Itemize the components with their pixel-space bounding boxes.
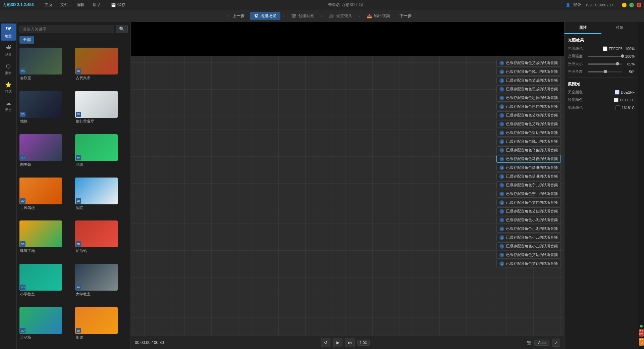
- step-set-camera[interactable]: 🎥 设置镜头: [325, 12, 356, 20]
- scene-label: 场景: [5, 52, 12, 57]
- size-thumb[interactable]: [616, 62, 619, 65]
- scene-item-hotel[interactable]: 3D古风酒楼: [19, 178, 72, 218]
- scene-item-hospital[interactable]: 3D医院: [75, 178, 128, 218]
- scene-item-library[interactable]: 3D图书馆: [19, 134, 72, 175]
- step-build-scene[interactable]: 🏗 搭建场景: [250, 12, 280, 20]
- scene-item-meeting[interactable]: 3D会议室: [19, 48, 72, 88]
- toast-6: ℹ已缓存配音角色艾瑰的试听音频: [496, 111, 561, 119]
- sky-color-swatch[interactable]: [615, 90, 620, 95]
- next-step-button[interactable]: 下一步 →: [397, 12, 419, 20]
- ground-color-label: 地表颜色: [568, 105, 583, 110]
- fullscreen-button[interactable]: ⤢: [552, 339, 560, 347]
- cat-all[interactable]: 全部: [19, 36, 34, 44]
- save-button[interactable]: 💾 保存: [111, 2, 125, 8]
- scene-item-ancient[interactable]: 3D古代集市: [75, 48, 128, 88]
- light-size-slider[interactable]: 85%: [588, 62, 635, 66]
- scene-thumb-ancient: 3D: [75, 48, 118, 74]
- skip-button[interactable]: ⏭: [345, 338, 355, 347]
- prev-step-button[interactable]: ← 上一步: [225, 12, 247, 20]
- edge-value-1: 2.2: [639, 330, 643, 333]
- play-button[interactable]: ▶: [333, 338, 342, 347]
- edit-menu[interactable]: 编辑: [74, 1, 87, 8]
- tab-objects[interactable]: 对象: [601, 22, 638, 34]
- transition-color-value[interactable]: EEEEEE: [614, 98, 635, 102]
- camera-button[interactable]: 📷: [527, 340, 532, 345]
- main-area: 🗺 地图 🏙 场景 ⬡ 素材 ⭐ 精选 ☁ 天空 🔍 全部 3D会: [0, 22, 644, 349]
- toast-text-21: 已缓存配音角色小云的试听音频: [506, 244, 558, 249]
- edge-indicator-2: 7.7 +/S: [639, 338, 644, 346]
- tab-properties[interactable]: 属性: [565, 22, 601, 34]
- toast-text-6: 已缓存配音角色艾瑰的试听音频: [506, 113, 558, 118]
- file-menu[interactable]: 文件: [58, 1, 70, 8]
- transition-color-label: 过度颜色: [568, 97, 583, 102]
- toast-10: ℹ已缓存配音角色马俊的试听音频: [496, 146, 561, 154]
- toast-18: ℹ已缓存配音角色小则的试听音频: [496, 216, 561, 224]
- scene-label-library: 图书馆: [19, 162, 72, 167]
- sidebar-item-sky[interactable]: ☁ 天空: [1, 97, 16, 114]
- light-color-value[interactable]: FFFCF6 100%: [603, 46, 635, 51]
- minimize-button[interactable]: ─: [622, 3, 627, 7]
- sky-color-value[interactable]: D3E2FF: [615, 90, 635, 95]
- toasts-container: ℹ已缓存配音角色艾诚的试听音频ℹ已缓存配音角色悦儿的试听音频ℹ已缓存配音角色艾诚…: [496, 59, 561, 267]
- toast-icon-18: ℹ: [499, 218, 504, 222]
- toast-14: ℹ已缓存配音角色宁儿的试听音频: [496, 181, 561, 189]
- selection-icon: ⭐: [5, 81, 12, 88]
- angle-thumb[interactable]: [604, 70, 607, 73]
- intensity-thumb[interactable]: [621, 54, 624, 58]
- auto-selector[interactable]: Auto: [534, 340, 549, 346]
- total-time: 00:30: [154, 340, 164, 345]
- toast-2: ℹ已缓存配音角色艾诚的试听音频: [496, 77, 561, 84]
- rewind-button[interactable]: ↺: [321, 338, 330, 347]
- step-create-animation[interactable]: 🎬 创建动画: [287, 12, 318, 20]
- step-export-video[interactable]: 📤 输出视频: [363, 12, 394, 20]
- window-controls: ─ □ ✕: [622, 3, 641, 7]
- step-camera-label: 设置镜头: [336, 13, 352, 19]
- edge-indicator-1: 2.2 K/S: [639, 329, 644, 337]
- selection-label: 精选: [5, 89, 12, 94]
- scene-item-construction[interactable]: 3D建筑工地: [19, 220, 72, 261]
- sidebar-item-scene[interactable]: 🏙 场景: [1, 42, 16, 59]
- scene-thumb-subway: 3D: [19, 91, 62, 118]
- transition-color-swatch[interactable]: [614, 98, 619, 102]
- scene-item-garden[interactable]: 3D花园: [75, 134, 128, 175]
- scene-item-subway[interactable]: 3D地铁: [19, 91, 72, 132]
- scene-badge-library: 3D: [20, 155, 25, 160]
- scene-item-bank[interactable]: 3D银行营业厅: [75, 91, 128, 132]
- transition-color-hex: EEEEEE: [620, 98, 635, 102]
- close-button[interactable]: ✕: [637, 3, 641, 7]
- toast-icon-1: ℹ: [499, 69, 504, 74]
- scene-item-gasstation[interactable]: 3D加油站: [75, 220, 128, 261]
- light-size-label: 光照大小: [568, 61, 583, 66]
- toast-15: ℹ已缓存配音角色宁儿的试听音频: [496, 190, 561, 198]
- light-intensity-slider[interactable]: 100%: [588, 54, 635, 58]
- scene-item-university[interactable]: 3D大学教室: [75, 264, 128, 304]
- size-track: [588, 63, 623, 65]
- transition-color-row: 过度颜色 EEEEEE: [568, 97, 635, 102]
- light-color-swatch[interactable]: [603, 46, 607, 51]
- speed-selector[interactable]: 1.0X: [357, 340, 370, 346]
- scene-item-sports[interactable]: 3D运动场: [19, 307, 72, 348]
- scene-item-primary[interactable]: 3D小学教室: [19, 264, 72, 304]
- size-fill: [588, 63, 618, 65]
- search-button[interactable]: 🔍: [116, 25, 128, 33]
- scene-badge-bank: 3D: [76, 112, 81, 117]
- home-button[interactable]: 主页: [42, 1, 54, 8]
- scene-badge-hospital: 3D: [76, 198, 81, 204]
- ground-color-value[interactable]: 16181C: [615, 105, 635, 110]
- scene-label-hospital: 医院: [75, 205, 128, 210]
- search-input[interactable]: [19, 25, 114, 33]
- sidebar-item-map[interactable]: 🗺 地图: [1, 23, 16, 41]
- login-button[interactable]: 登录: [573, 2, 581, 8]
- help-menu[interactable]: 帮助: [91, 1, 103, 8]
- light-angle-slider[interactable]: 50°: [588, 70, 635, 74]
- viewport[interactable]: ℹ已缓存配音角色艾诚的试听音频ℹ已缓存配音角色悦儿的试听音频ℹ已缓存配音角色艾诚…: [131, 22, 564, 336]
- scene-label-street: 街道: [75, 335, 128, 340]
- scene-item-street[interactable]: 3D街道: [75, 307, 128, 348]
- maximize-button[interactable]: □: [629, 3, 634, 7]
- scene-thumb-meeting: 3D: [19, 48, 62, 74]
- ground-color-swatch[interactable]: [615, 105, 620, 110]
- toast-text-11: 已缓存配音角色马俊的试听音频: [506, 156, 558, 161]
- toast-icon-13: ℹ: [499, 174, 504, 179]
- sidebar-item-selection[interactable]: ⭐ 精选: [1, 79, 16, 96]
- sidebar-item-material[interactable]: ⬡ 素材: [1, 60, 16, 78]
